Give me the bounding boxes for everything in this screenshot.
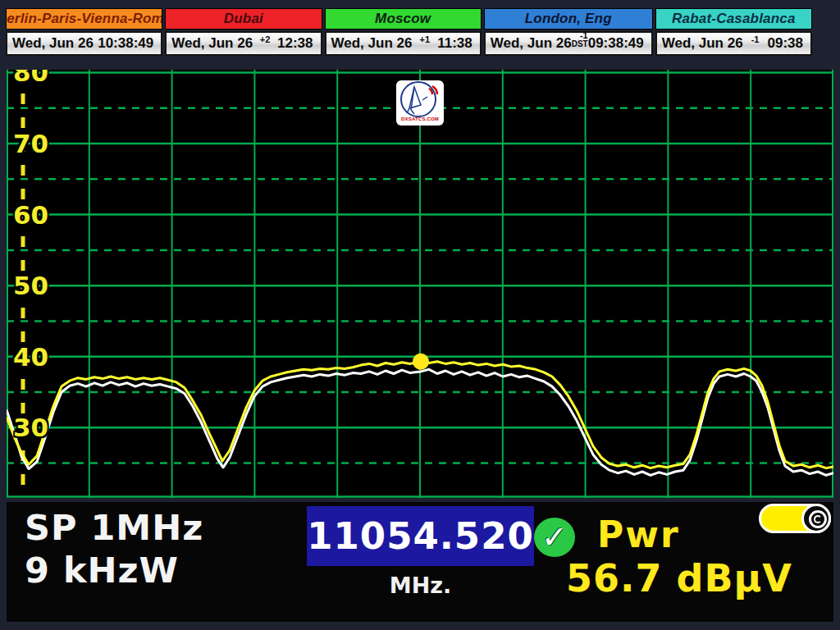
y-axis-label-40: 40 (13, 345, 48, 369)
city-tab-berlin-paris-vienna-roma[interactable]: Berlin-Paris-Vienna-Roma (6, 8, 162, 30)
city-tab-dubai[interactable]: Dubai (165, 8, 322, 30)
utc-offset: +1 (420, 40, 431, 48)
dxsatcs-logo: DXSATCS.COM (396, 80, 444, 126)
clock-4: Wed, Jun 26-1DST09:38:49 (484, 31, 653, 56)
lock-check-icon: ✓ (534, 518, 575, 557)
rbw-setting[interactable]: 9 kHzW (25, 551, 179, 590)
y-axis-label-60: 60 (13, 203, 48, 227)
logo-text: DXSATCS.COM (401, 116, 439, 121)
city-tab-moscow[interactable]: Moscow (325, 8, 482, 30)
clock-2: Wed, Jun 26+212:38 (165, 31, 322, 56)
span-setting[interactable]: SP 1MHz (25, 509, 203, 547)
clock-3: Wed, Jun 26+111:38 (325, 31, 482, 56)
y-axis-label-50: 50 (13, 273, 48, 298)
clock-time: 09:38 (768, 35, 803, 52)
frequency-unit: MHz. (307, 573, 534, 598)
utc-offset: -1 (751, 40, 760, 48)
frequency-marker-dot[interactable] (413, 354, 429, 370)
city-tab-rabat-casablanca[interactable]: Rabat-Casablanca (655, 8, 812, 30)
clock-time: 10:38:49 (98, 35, 153, 52)
clock-date: Wed, Jun 26 (491, 35, 572, 52)
toggle-knob-icon[interactable] (801, 504, 831, 533)
clock-date: Wed, Jun 26 (662, 35, 743, 52)
readout-bar: SP 1MHz 9 kHzW 11054.520 MHz. ✓ Pwr 56.7… (7, 502, 833, 622)
clock-time: 09:38:49 (588, 35, 644, 52)
spectrum-plot[interactable]: 807060504030 (7, 70, 833, 498)
clock-date: Wed, Jun 26 (171, 35, 253, 52)
clock-date: Wed, Jun 26 (12, 35, 94, 52)
world-clock-bar: Berlin-Paris-Vienna-RomaDubaiMoscowLondo… (6, 8, 812, 56)
power-toggle[interactable] (759, 504, 831, 533)
spectrum-svg (7, 70, 833, 498)
clock-time: 11:38 (437, 35, 472, 52)
power-value: 56.7 dBµV (566, 556, 792, 600)
y-axis-label-30: 30 (13, 415, 48, 440)
clock-time: 12:38 (277, 35, 313, 52)
city-tab-london-eng[interactable]: London, Eng (484, 8, 653, 30)
y-axis-label-70: 70 (13, 131, 48, 156)
clock-1: Wed, Jun 2610:38:49 (6, 31, 162, 56)
utc-offset: -1DST (572, 36, 588, 51)
power-label: Pwr (597, 514, 680, 555)
utc-offset: +2 (260, 40, 271, 48)
frequency-display[interactable]: 11054.520 (307, 506, 534, 566)
clock-date: Wed, Jun 26 (331, 35, 413, 52)
satellite-dish-icon (398, 80, 442, 118)
y-axis-label-80: 80 (13, 70, 48, 84)
clock-5: Wed, Jun 26-109:38 (655, 31, 812, 56)
